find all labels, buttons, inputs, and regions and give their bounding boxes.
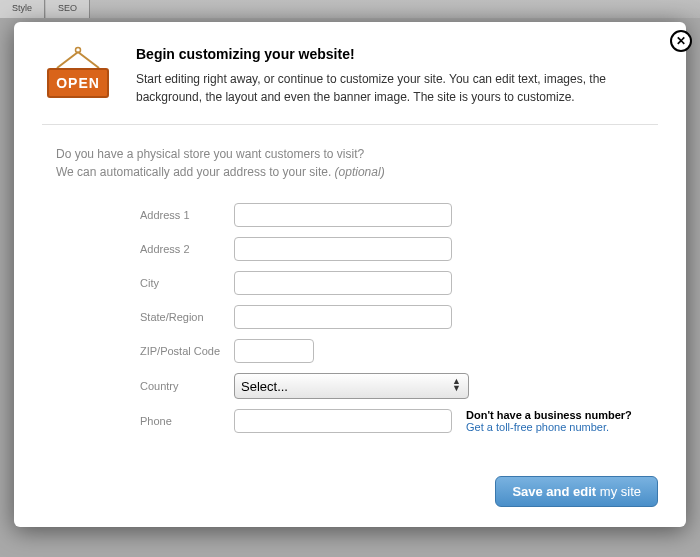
- row-phone: Phone Don't have a business number? Get …: [140, 409, 658, 433]
- modal-title: Begin customizing your website!: [136, 46, 658, 62]
- close-icon: ✕: [676, 35, 686, 47]
- question-line1: Do you have a physical store you want cu…: [56, 145, 658, 163]
- svg-line-2: [78, 52, 99, 68]
- customize-modal: ✕ OPEN Begin customizing your website! S…: [14, 22, 686, 527]
- open-sign-label: OPEN: [47, 68, 109, 98]
- address-question: Do you have a physical store you want cu…: [56, 145, 658, 181]
- input-phone[interactable]: [234, 409, 452, 433]
- modal-footer: Save and edit my site: [495, 476, 658, 507]
- label-city: City: [140, 277, 234, 289]
- label-address1: Address 1: [140, 209, 234, 221]
- phone-helper-question: Don't have a business number?: [466, 409, 632, 421]
- toll-free-link[interactable]: Get a toll-free phone number.: [466, 421, 632, 433]
- input-state[interactable]: [234, 305, 452, 329]
- row-country: Country Select... ▲▼: [140, 373, 658, 399]
- open-sign-icon: OPEN: [42, 46, 114, 106]
- row-city: City: [140, 271, 658, 295]
- phone-helper: Don't have a business number? Get a toll…: [466, 409, 632, 433]
- row-state: State/Region: [140, 305, 658, 329]
- label-state: State/Region: [140, 311, 234, 323]
- input-zip[interactable]: [234, 339, 314, 363]
- label-country: Country: [140, 380, 234, 392]
- address-form: Address 1 Address 2 City State/Region ZI…: [140, 203, 658, 433]
- header-text: Begin customizing your website! Start ed…: [136, 46, 658, 106]
- modal-header: OPEN Begin customizing your website! Sta…: [42, 46, 658, 125]
- input-city[interactable]: [234, 271, 452, 295]
- label-phone: Phone: [140, 415, 234, 427]
- input-address2[interactable]: [234, 237, 452, 261]
- svg-point-0: [76, 48, 81, 53]
- select-country[interactable]: Select...: [234, 373, 469, 399]
- close-button[interactable]: ✕: [670, 30, 692, 52]
- row-zip: ZIP/Postal Code: [140, 339, 658, 363]
- modal-description: Start editing right away, or continue to…: [136, 70, 658, 106]
- label-address2: Address 2: [140, 243, 234, 255]
- save-and-edit-button[interactable]: Save and edit my site: [495, 476, 658, 507]
- row-address2: Address 2: [140, 237, 658, 261]
- svg-line-1: [57, 52, 78, 68]
- input-address1[interactable]: [234, 203, 452, 227]
- row-address1: Address 1: [140, 203, 658, 227]
- label-zip: ZIP/Postal Code: [140, 345, 234, 357]
- question-line2: We can automatically add your address to…: [56, 163, 658, 181]
